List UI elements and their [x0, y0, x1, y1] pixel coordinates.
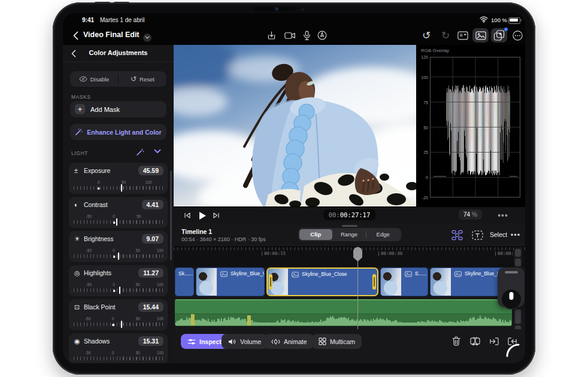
slider-thumb[interactable] [119, 287, 120, 294]
panel-title: Color Adjustments [63, 49, 174, 56]
split-clip-button[interactable] [468, 335, 481, 347]
exposure-slider-card[interactable]: ±Exposure45.59 050100 [69, 163, 168, 194]
connect-clips-icon[interactable] [450, 229, 463, 241]
volume-down-button[interactable] [114, 2, 129, 4]
viewer-zoom-button[interactable]: 74% [459, 209, 482, 220]
mode-range[interactable]: Range [332, 229, 366, 240]
slider-thumb[interactable] [116, 218, 117, 226]
light-auto-enhance-icon[interactable] [136, 148, 144, 156]
mode-clip[interactable]: Clip [299, 229, 333, 240]
photo-icon [405, 271, 412, 277]
wifi-icon [480, 16, 488, 23]
camera-sensor-dot [302, 8, 304, 11]
jog-grip[interactable] [505, 271, 518, 273]
battery-percent: 100 % [491, 17, 507, 23]
brightness-slider-card[interactable]: ☀Brightness9.07 -50050100 [69, 231, 168, 262]
viewer-more-button[interactable]: ••• [498, 212, 508, 219]
volume-up-button[interactable] [95, 2, 110, 4]
black-point-ruler[interactable]: -50050100 [74, 317, 163, 329]
contrast-value[interactable]: 4.41 [142, 200, 163, 209]
undo-button[interactable]: ↺ [420, 29, 433, 42]
brightness-value[interactable]: 9.07 [142, 234, 163, 244]
live-drawing-button[interactable] [316, 29, 329, 42]
timeline-drag-handle[interactable] [342, 225, 357, 227]
select-tool-icon[interactable] [470, 229, 484, 242]
plus-icon: + [75, 104, 85, 114]
timeline-panel: Timeline 1 00:54 · 3840 × 2160 · HDR · 3… [174, 223, 525, 363]
trim-handle-right[interactable] [372, 274, 376, 290]
reset-button[interactable]: ↺ Reset [119, 71, 166, 87]
black-point-slider-card[interactable]: ⊡Black Point15.44 -50050100 [69, 299, 168, 330]
highlights-value[interactable]: 11.27 [138, 268, 163, 278]
insert-clip-button[interactable] [487, 335, 501, 347]
slider-thumb[interactable] [121, 184, 122, 191]
record-video-button[interactable] [283, 29, 297, 42]
timecode-display[interactable]: 00:00:27:17 [323, 209, 376, 220]
status-time: 9:41 [82, 17, 94, 23]
clip-partial-s[interactable]: S...... [380, 267, 428, 296]
volume-button[interactable]: Volume [222, 334, 268, 349]
back-button[interactable] [70, 29, 81, 41]
speaker-icon [228, 338, 237, 345]
clip-skyline-blue-close-selected[interactable]: Skyline_Blue_Close [266, 267, 378, 296]
black-point-icon: ⊡ [74, 303, 83, 311]
select-label[interactable]: Select [490, 231, 507, 238]
multicam-button[interactable]: Multicam [312, 334, 362, 349]
highlights-ruler[interactable]: -50050100 [74, 282, 163, 294]
highlights-icon: ◎ [74, 269, 83, 277]
slider-thumb[interactable] [121, 321, 122, 328]
add-mask-button[interactable]: + Add Mask [70, 101, 166, 117]
effects-badge [504, 28, 508, 31]
highlights-slider-card[interactable]: ◎Highlights11.27 -50050100 [69, 265, 168, 296]
exposure-ruler[interactable]: 050100 [74, 180, 163, 192]
screen: 9:41 Martes 1 de abril 100 % Video Final… [63, 13, 525, 363]
ipad-device-frame: 9:41 Martes 1 de abril 100 % Video Final… [53, 2, 535, 375]
battery-icon [508, 17, 520, 24]
previous-frame-button[interactable] [183, 211, 192, 220]
timeline-ruler[interactable]: 00:00:15 00:00:30 00:00:45 [174, 247, 525, 267]
play-button[interactable] [196, 209, 208, 222]
import-media-button[interactable] [265, 29, 278, 42]
animate-button[interactable]: Animate [265, 334, 314, 349]
status-bar: 9:41 Martes 1 de abril 100 % [63, 13, 525, 26]
exposure-value[interactable]: 45.59 [138, 166, 163, 175]
clip-thumbnail [381, 268, 401, 296]
transport-bar: 00:00:27:17 74% ••• [174, 206, 525, 224]
audio-track-clip[interactable] [175, 299, 512, 326]
inspector-toggle-button[interactable] [456, 29, 470, 41]
timeline-more-button[interactable]: ••• [511, 231, 520, 238]
shadows-ruler[interactable]: -50050100 [74, 351, 163, 363]
panel-header: Color Adjustments [63, 45, 174, 62]
black-point-value[interactable]: 15.44 [138, 302, 163, 312]
inspect-button[interactable]: Inspect [181, 334, 228, 349]
shadows-slider-card[interactable]: ◉Shadows15.31 -50050100 [69, 333, 168, 363]
contrast-ruler[interactable]: -50050 [74, 214, 163, 226]
light-section-collapse-button[interactable] [154, 149, 161, 154]
enhance-light-color-button[interactable]: Enhance Light and Color [70, 124, 166, 140]
brightness-ruler[interactable]: -50050100 [74, 248, 163, 260]
disable-button[interactable]: Disable [70, 71, 118, 87]
shadows-icon: ◉ [74, 338, 83, 345]
contrast-slider-card[interactable]: ◐Contrast4.41 -50050 [69, 197, 168, 228]
media-browser-button[interactable] [472, 28, 489, 42]
viewer-preview[interactable] [174, 45, 416, 206]
status-date: Martes 1 de abril [100, 17, 144, 23]
color-adjustments-panel: Color Adjustments Disable ↺ Reset MASKS … [63, 45, 174, 363]
clip-skyline-blue-wide[interactable]: Skyline_Blue_Wide [196, 267, 265, 296]
more-options-button[interactable] [511, 29, 524, 42]
trim-handle-left[interactable] [269, 274, 272, 290]
record-voiceover-button[interactable] [301, 29, 312, 42]
delete-clip-button[interactable] [450, 335, 462, 347]
clip-partial-left[interactable]: Sk...... [175, 267, 194, 296]
reset-icon: ↺ [131, 75, 137, 83]
eye-off-icon [79, 76, 87, 82]
next-frame-button[interactable] [211, 211, 221, 220]
panel-scrollbar[interactable] [170, 171, 172, 260]
jog-wheel[interactable] [498, 267, 525, 307]
slider-thumb[interactable] [118, 253, 119, 260]
shadows-value[interactable]: 15.31 [138, 336, 163, 346]
mode-edge[interactable]: Edge [366, 229, 400, 240]
title-menu-button[interactable] [143, 34, 151, 42]
effects-browser-button[interactable] [491, 28, 507, 42]
redo-button[interactable]: ↻ [439, 29, 452, 42]
